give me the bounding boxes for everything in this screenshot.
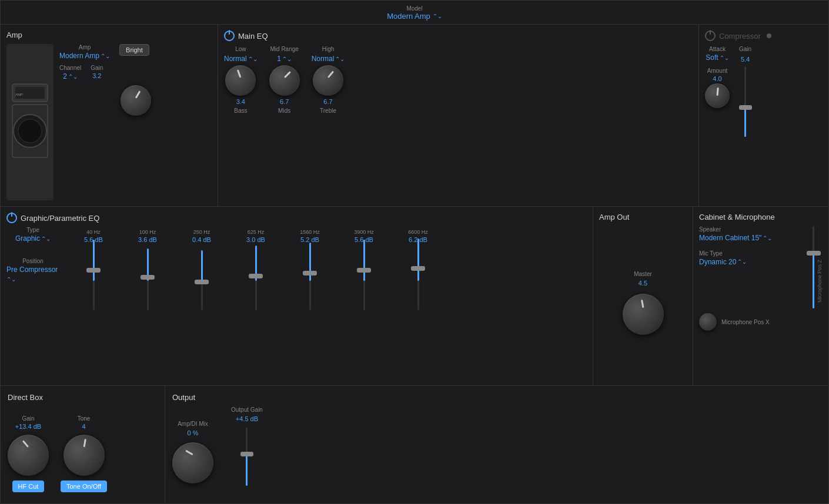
amount-value: 4.0 <box>713 75 721 82</box>
model-label: Model <box>1 5 828 12</box>
type-label: Type <box>26 227 39 233</box>
bright-control: Bright <box>119 44 149 60</box>
main-eq-title: Main EQ <box>224 31 693 41</box>
hf-cut-button[interactable]: HF Cut <box>12 481 45 492</box>
app-container: Model Modern Amp ⌃⌄ Amp <box>0 0 829 504</box>
band-100hz-slider[interactable] <box>147 248 149 318</box>
bright-button[interactable]: Bright <box>119 44 149 56</box>
mic-pos-z-slider[interactable] <box>813 226 814 308</box>
svg-text:AMP: AMP <box>15 93 23 96</box>
eq-treble-knob[interactable] <box>313 65 343 96</box>
eq-midrange-label: Mid Range <box>270 46 298 52</box>
compressor-right: Gain 5.4 <box>739 46 751 200</box>
tone-on-off-button[interactable]: Tone On/Off <box>61 481 107 492</box>
main-eq-section: Main EQ Low Normal ⌃⌄ 3.4 Bass <box>218 25 699 206</box>
db-tone-control: Tone 4 Tone On/Off <box>61 415 107 492</box>
band-6600hz-label: 6600 Hz <box>408 229 428 235</box>
output-title: Output <box>172 393 821 402</box>
master-knob[interactable] <box>623 294 664 335</box>
model-selector[interactable]: Modern Amp ⌃⌄ <box>1 12 828 21</box>
band-625hz-slider[interactable] <box>255 248 257 318</box>
channel-control: Channel 2 ⌃⌄ <box>59 65 81 80</box>
eq-bass-label: Bass <box>234 107 247 114</box>
band-6600hz-slider[interactable] <box>417 248 419 318</box>
amount-label: Amount <box>707 68 727 74</box>
eq-low-label: Low <box>235 46 246 52</box>
eq-mid-col: Mid Range 1 ⌃⌄ 6.7 Mids <box>269 46 300 114</box>
ampdi-value: 0 % <box>188 429 199 436</box>
direct-box-title: Direct Box <box>8 393 158 402</box>
channel-selector[interactable]: 2 ⌃⌄ <box>63 72 78 80</box>
eq-band-1560hz: 1560 Hz 5.2 dB <box>286 229 333 318</box>
attack-label: Attack <box>709 46 726 52</box>
eq-treble-value: 6.7 <box>323 98 332 105</box>
eq-bass-value: 3.4 <box>236 98 245 105</box>
graphic-eq-title: Graphic/Parametric EQ <box>6 213 587 223</box>
mic-type-control: Mic Type Dynamic 20 ⌃⌄ <box>699 250 808 266</box>
model-chevron-icon: ⌃⌄ <box>433 13 442 19</box>
ampdi-label: Amp/DI Mix <box>178 421 208 427</box>
compressor-power-icon[interactable] <box>705 31 716 41</box>
db-tone-knob[interactable] <box>63 435 105 476</box>
mic-pos-x-row: Microphone Pos X <box>699 313 823 331</box>
ampdi-knob[interactable] <box>172 442 213 483</box>
amp-model-selector[interactable]: Modern Amp ⌃⌄ <box>59 52 110 60</box>
cabinet-left: Speaker Modern Cabinet 15" ⌃⌄ Mic Type D… <box>699 226 808 308</box>
eq-midrange-selector[interactable]: 1 ⌃⌄ <box>277 55 292 63</box>
eq-low-selector[interactable]: Normal ⌃⌄ <box>224 55 258 63</box>
band-625hz-value: 3.0 dB <box>246 236 265 243</box>
attack-selector[interactable]: Soft ⌃⌄ <box>706 53 728 62</box>
output-gain-value: +4.5 dB <box>236 415 258 422</box>
band-250hz-label: 250 Hz <box>193 229 210 235</box>
eq-mids-knob[interactable] <box>269 65 300 96</box>
position-selector[interactable]: Pre Compressor ⌃⌄ <box>6 266 59 283</box>
eq-band-3900hz: 3900 Hz 5.6 dB <box>340 229 387 318</box>
graphic-eq-power-icon[interactable] <box>6 213 17 223</box>
gain-knob[interactable] <box>121 85 151 116</box>
speaker-control: Speaker Modern Cabinet 15" ⌃⌄ <box>699 226 808 243</box>
band-250hz-slider[interactable] <box>201 248 203 318</box>
db-gain-knob[interactable] <box>8 435 49 476</box>
eq-mids-value: 6.7 <box>280 98 289 105</box>
amp-section: Amp AMP <box>1 25 218 206</box>
comp-gain-slider[interactable] <box>744 66 746 160</box>
gain-value: 3.2 <box>92 72 101 79</box>
output-controls: Amp/DI Mix 0 % Output Gain +4.5 dB <box>172 406 821 498</box>
mic-pos-x-knob[interactable] <box>699 313 717 331</box>
cabinet-title: Cabinet & Microphone <box>699 213 823 221</box>
cabinet-section: Cabinet & Microphone Speaker Modern Cabi… <box>693 207 828 385</box>
band-625hz-label: 625 Hz <box>248 229 265 235</box>
amount-control: Amount 4.0 <box>705 68 730 108</box>
mic-type-selector[interactable]: Dynamic 20 ⌃⌄ <box>699 258 747 266</box>
amp-out-controls: Master 4.5 <box>599 226 687 379</box>
amp-bottom-controls: Channel 2 ⌃⌄ Gain 3.2 <box>59 65 212 80</box>
amp-model-chevron: ⌃⌄ <box>101 53 110 59</box>
compressor-controls: Attack Soft ⌃⌄ Amount 4.0 <box>705 46 823 200</box>
graphic-eq-body: Type Graphic ⌃⌄ Position Pre Compressor … <box>6 227 587 379</box>
db-gain-control: Gain +13.4 dB HF Cut <box>8 415 49 492</box>
output-gain-slider[interactable] <box>246 427 248 498</box>
eq-low-knob[interactable] <box>225 65 256 96</box>
amp-title: Amp <box>6 31 212 39</box>
output-section: Output Amp/DI Mix 0 % Output Gain +4.5 d… <box>165 386 828 503</box>
header: Model Modern Amp ⌃⌄ <box>1 1 828 25</box>
comp-gain-value: 5.4 <box>741 56 750 63</box>
mic-pos-z-label: Microphone Pos Z <box>817 232 823 303</box>
band-1560hz-slider[interactable] <box>309 248 311 318</box>
main-eq-power-icon[interactable] <box>224 31 235 41</box>
type-selector[interactable]: Graphic ⌃⌄ <box>15 234 51 243</box>
speaker-selector[interactable]: Modern Cabinet 15" ⌃⌄ <box>699 234 772 243</box>
type-control: Type Graphic ⌃⌄ <box>6 227 59 243</box>
eq-mids-label: Mids <box>278 107 290 114</box>
channel-label: Channel <box>59 65 81 71</box>
band-40hz-slider[interactable] <box>93 248 95 318</box>
band-1560hz-label: 1560 Hz <box>300 229 320 235</box>
row1: Amp AMP <box>1 25 828 207</box>
amount-knob[interactable] <box>705 83 730 108</box>
band-3900hz-slider[interactable] <box>363 248 365 318</box>
eq-high-col: High Normal ⌃⌄ 6.7 Treble <box>312 46 345 114</box>
db-tone-label: Tone <box>78 415 91 422</box>
direct-box-section: Direct Box Gain +13.4 dB HF Cut Tone 4 <box>1 386 165 503</box>
eq-high-selector[interactable]: Normal ⌃⌄ <box>312 55 345 63</box>
eq-treble-label: Treble <box>320 107 336 114</box>
